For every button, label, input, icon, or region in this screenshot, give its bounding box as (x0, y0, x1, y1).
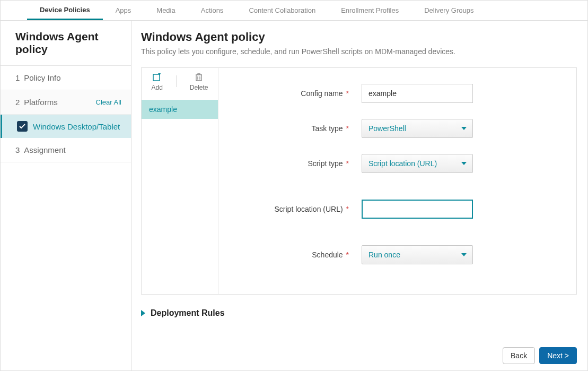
tab-enrollment-profiles[interactable]: Enrollment Profiles (328, 1, 411, 20)
schedule-label: Schedule * (234, 251, 362, 259)
config-list-panel: Add Delete example (142, 68, 218, 294)
deployment-rules-toggle[interactable]: Deployment Rules (141, 308, 577, 318)
add-icon (153, 73, 161, 82)
chevron-down-icon (461, 127, 467, 130)
config-name-input[interactable] (362, 84, 473, 103)
main-content: Windows Agent policy This policy lets yo… (131, 21, 587, 370)
svg-rect-0 (153, 74, 160, 81)
chevron-right-icon (141, 310, 145, 316)
footer-actions: Back Next > (503, 347, 577, 364)
tab-media[interactable]: Media (144, 1, 188, 20)
page-title: Windows Agent policy (141, 30, 577, 44)
task-type-select[interactable]: PowerShell (362, 119, 473, 138)
add-label: Add (151, 84, 162, 91)
clear-all-link[interactable]: Clear All (96, 98, 121, 106)
tab-device-policies[interactable]: Device Policies (27, 1, 103, 20)
config-name-label: Config name * (234, 89, 362, 98)
add-button[interactable]: Add (151, 73, 162, 91)
sidebar-item-label: Windows Desktop/Tablet (33, 122, 120, 131)
delete-button[interactable]: Delete (190, 73, 208, 91)
tab-apps[interactable]: Apps (103, 1, 144, 20)
top-nav: Device Policies Apps Media Actions Conte… (1, 1, 587, 21)
sidebar: Windows Agent policy 1Policy Info 2Platf… (1, 21, 131, 370)
schedule-select[interactable]: Run once (362, 245, 473, 264)
sidebar-step-platforms[interactable]: 2Platforms Clear All (1, 90, 131, 115)
step-label: Platforms (24, 98, 57, 107)
chevron-down-icon (461, 162, 467, 165)
task-type-label: Task type * (234, 124, 362, 133)
step-number: 3 (15, 145, 20, 154)
step-label: Assignment (24, 145, 65, 154)
script-location-label: Script location (URL) * (234, 205, 362, 213)
chevron-down-icon (461, 253, 467, 256)
sidebar-step-policy-info[interactable]: 1Policy Info (1, 66, 131, 90)
checkbox-checked-icon[interactable] (17, 121, 28, 132)
script-type-label: Script type * (234, 159, 362, 168)
step-number: 2 (15, 98, 20, 107)
tab-content-collaboration[interactable]: Content Collaboration (236, 1, 328, 20)
trash-icon (195, 73, 203, 82)
config-list-item[interactable]: example (142, 100, 218, 119)
tab-actions[interactable]: Actions (188, 1, 236, 20)
config-panel: Add Delete example Config name * Task ty… (141, 67, 577, 295)
separator (176, 75, 177, 87)
back-button[interactable]: Back (503, 347, 535, 364)
tab-delivery-groups[interactable]: Delivery Groups (411, 1, 486, 20)
next-button[interactable]: Next > (539, 347, 577, 364)
script-location-input[interactable] (362, 200, 473, 219)
sidebar-item-windows-desktop-tablet[interactable]: Windows Desktop/Tablet (1, 115, 131, 138)
deployment-rules-label: Deployment Rules (151, 308, 225, 318)
sidebar-title: Windows Agent policy (1, 21, 131, 66)
panel-actions: Add Delete (142, 68, 218, 100)
script-type-select[interactable]: Script location (URL) (362, 154, 473, 173)
step-label: Policy Info (24, 73, 60, 82)
step-number: 1 (15, 73, 20, 82)
delete-label: Delete (190, 84, 208, 91)
sidebar-step-assignment[interactable]: 3Assignment (1, 138, 131, 162)
page-description: This policy lets you configure, schedule… (141, 47, 577, 56)
form-panel: Config name * Task type * PowerShell Scr… (218, 68, 576, 294)
